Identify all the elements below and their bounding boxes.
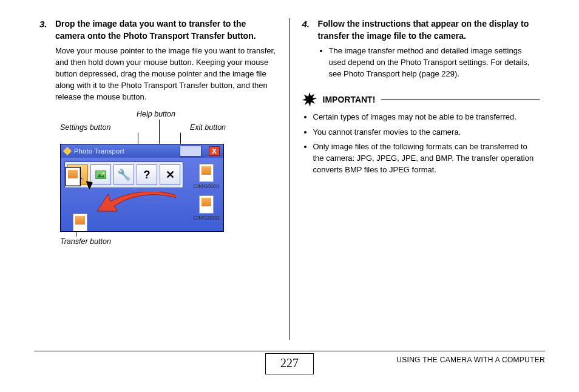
app-screenshot: Photo Transport X [60, 144, 224, 232]
important-label: IMPORTANT! [323, 95, 376, 104]
exit-button[interactable]: ✕ [160, 164, 180, 185]
page-body: 3. Drop the image data you want to trans… [0, 0, 579, 346]
image-icon [94, 168, 107, 181]
svg-point-4 [103, 172, 105, 175]
titlebar: Photo Transport X [61, 144, 223, 158]
file-name: CIMG0002 [193, 215, 220, 221]
footer: 227 USING THE CAMERA WITH A COMPUTER [0, 351, 579, 384]
step-text: Move your mouse pointer to the image fil… [55, 46, 277, 103]
callout-exit: Exit button [190, 123, 226, 132]
file-name: CIMG0001 [193, 183, 220, 189]
step-number: 4. [302, 18, 313, 84]
callouts-top: Settings button Help button Exit button [60, 110, 277, 144]
step-bullets: The image transfer method and detailed i… [318, 46, 540, 80]
right-column: 4. Follow the instructions that appear o… [290, 18, 549, 346]
section-title: USING THE CAMERA WITH A COMPUTER [396, 356, 545, 364]
svg-marker-5 [302, 92, 317, 107]
help-button[interactable]: ? [137, 164, 157, 185]
step-3: 3. Drop the image data you want to trans… [39, 18, 277, 103]
callout-settings: Settings button [60, 123, 110, 132]
step-number: 3. [39, 18, 50, 103]
list-item[interactable]: CIMG0001 [193, 164, 220, 189]
file-icon [73, 214, 87, 232]
titlebar-segment [180, 146, 201, 157]
figure: Settings button Help button Exit button … [60, 110, 277, 262]
list-item: Only image files of the following format… [313, 141, 540, 176]
list-item: The image transfer method and detailed i… [329, 46, 540, 80]
list-item: Certain types of images may not be able … [313, 112, 540, 123]
file-icon [199, 164, 214, 182]
footer-rule [34, 351, 545, 351]
settings-button[interactable]: 🔧 [113, 164, 134, 185]
step-4: 4. Follow the instructions that appear o… [302, 18, 540, 84]
callout-transfer: Transfer button [60, 237, 111, 246]
app-logo-icon [63, 147, 72, 155]
wrench-icon: 🔧 [117, 168, 130, 181]
step-body: Follow the instructions that appear on t… [318, 18, 540, 84]
step-heading: Drop the image data you want to transfer… [55, 18, 277, 42]
step-heading: Follow the instructions that appear on t… [318, 18, 540, 42]
image-button[interactable] [90, 164, 111, 185]
file-icon [199, 195, 214, 214]
drag-arrow [97, 192, 176, 217]
toolbar: 🔧 ? ✕ [64, 161, 183, 188]
file-icon [66, 167, 80, 186]
left-column: 3. Drop the image data you want to trans… [30, 18, 290, 346]
side-files: CIMG0001 CIMG0002 [193, 158, 220, 221]
window-title: Photo Transport [74, 147, 124, 155]
window-close-button[interactable]: X [209, 146, 220, 156]
exit-icon: ✕ [166, 168, 175, 181]
step-body: Drop the image data you want to transfer… [55, 18, 277, 103]
page-number: 227 [265, 353, 314, 374]
important-bullets: Certain types of images may not be able … [302, 112, 540, 176]
list-item[interactable]: CIMG0002 [193, 195, 220, 221]
dragging-file[interactable] [66, 167, 80, 186]
help-icon: ? [144, 169, 151, 181]
burst-icon [302, 92, 317, 107]
desktop-file[interactable]: CIMG0002 [67, 214, 93, 232]
important-header: IMPORTANT! [302, 92, 540, 107]
important-rule [381, 99, 540, 100]
callout-help: Help button [137, 110, 175, 118]
list-item: You cannot transfer movies to the camera… [313, 127, 540, 138]
